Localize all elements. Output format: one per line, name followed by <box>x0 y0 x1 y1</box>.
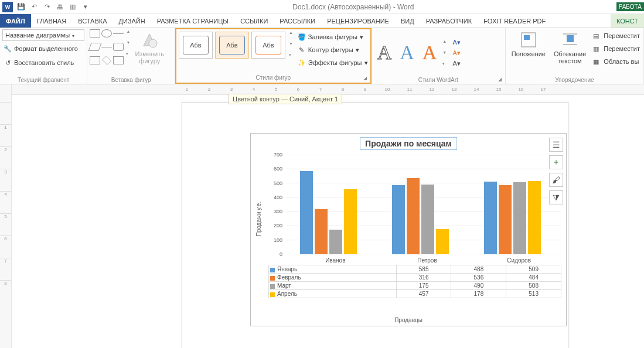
style-gallery-down[interactable]: ▼ <box>289 42 293 46</box>
wordart-preset-1[interactable]: A <box>374 42 396 64</box>
shape-effects-button[interactable]: ✨ Эффекты фигуры ▾ <box>297 56 369 69</box>
tab-insert[interactable]: ВСТАВКА <box>72 14 113 28</box>
shape-ellipse[interactable] <box>101 29 112 37</box>
quick-print-button[interactable]: 🖶 <box>55 2 64 12</box>
shape-outline-label: Контур фигуры <box>308 46 353 53</box>
send-backward-label: Переместит <box>604 45 640 52</box>
wordart-gallery-more[interactable]: ▾ <box>442 62 447 66</box>
shape-gallery-up[interactable]: ▲ <box>126 29 130 33</box>
selection-pane-icon: ▦ <box>592 57 600 66</box>
style-gallery-up[interactable]: ▲ <box>289 30 293 35</box>
shape-fill-icon: 🪣 <box>298 33 306 41</box>
shape-rect[interactable] <box>90 29 100 37</box>
change-shape-button: Изменить фигуру <box>131 29 168 66</box>
shape-fill-button[interactable]: 🪣 Заливка фигуры ▾ <box>297 30 369 43</box>
shape-rounded-rect[interactable] <box>113 43 124 51</box>
tab-view[interactable]: ВИД <box>395 14 420 28</box>
svg-point-1 <box>149 39 157 47</box>
tab-foxit[interactable]: FOXIT READER PDF <box>478 14 551 28</box>
chevron-down-icon: ▾ <box>360 33 363 41</box>
shape-rect3[interactable] <box>113 56 124 64</box>
document-page: Продажи по месяцам Продажи у.е. 01002003… <box>182 102 568 348</box>
bring-forward-label: Переместит <box>604 32 640 39</box>
tab-developer[interactable]: РАЗРАБОТЧИК <box>420 14 478 28</box>
shape-parallelogram[interactable] <box>88 43 102 51</box>
group-label-current-fragment: Текущий фрагмент <box>2 76 84 84</box>
tab-references[interactable]: ССЫЛКИ <box>234 14 274 28</box>
preset-sample-text: Абв <box>255 36 281 54</box>
chart-y-axis-label: Продажи у.е. <box>255 202 262 237</box>
chart-layout-button[interactable]: ☰ <box>549 138 563 152</box>
wordart-gallery-down[interactable]: ▼ <box>442 50 447 54</box>
save-button[interactable]: 💾 <box>16 2 26 12</box>
send-backward-button[interactable]: ▥Переместит <box>591 42 641 55</box>
tab-mailings[interactable]: РАССЫЛКИ <box>274 14 321 28</box>
group-label-wordart: Стили WordArt <box>374 76 503 84</box>
shape-outline-button[interactable]: ✎ Контур фигуры ▾ <box>297 43 369 56</box>
reset-style-button[interactable]: ↺ Восстановить стиль <box>2 56 75 69</box>
chart-element-selector-text: Название диаграммы <box>5 32 70 39</box>
word-app-icon: W <box>2 2 13 12</box>
qat-more-button[interactable]: ▾ <box>81 2 90 12</box>
touch-mode-button[interactable]: ▥ <box>68 2 77 12</box>
wordart-preset-2[interactable]: A <box>396 42 418 64</box>
redo-button[interactable]: ↷ <box>42 2 52 12</box>
shape-gallery[interactable] <box>90 29 124 64</box>
shape-style-preset-2[interactable]: Абв <box>215 32 249 59</box>
tab-home[interactable]: ГЛАВНАЯ <box>31 14 72 28</box>
vertical-ruler: 12345678 <box>0 84 12 348</box>
chart-styles-button[interactable]: 🖌 <box>549 173 563 187</box>
shape-effects-icon: ✨ <box>298 59 306 67</box>
wordart-preset-3[interactable]: A <box>419 42 441 64</box>
wordart-dialog-launcher[interactable]: ◢ <box>498 77 504 83</box>
chevron-down-icon: ▾ <box>364 59 368 67</box>
wrap-text-label: Обтекание текстом <box>554 50 586 64</box>
tab-review[interactable]: РЕЦЕНЗИРОВАНИЕ <box>321 14 395 28</box>
shape-outline-icon: ✎ <box>298 46 306 54</box>
format-selection-icon: 🔧 <box>4 45 12 53</box>
bring-forward-button[interactable]: ▤Переместит <box>591 29 641 42</box>
format-selection-button[interactable]: 🔧 Формат выделенного <box>2 42 79 55</box>
wordart-gallery-up[interactable]: ▲ <box>442 39 447 43</box>
shape-gallery-more[interactable]: ▾ <box>126 52 130 56</box>
shape-line[interactable] <box>113 33 124 42</box>
text-effects-button[interactable]: A▾ <box>450 58 463 69</box>
style-gallery-more[interactable]: ▾ <box>289 53 293 57</box>
chart-object[interactable]: Продажи по месяцам Продажи у.е. 01002003… <box>250 133 567 326</box>
chart-filter-button[interactable]: ⧩ <box>549 190 563 204</box>
group-label-shape-styles: Стили фигур <box>178 74 369 81</box>
tab-file[interactable]: ФАЙЛ <box>0 14 31 28</box>
change-shape-label: Изменить фигуру <box>135 50 164 64</box>
position-button[interactable]: Положение <box>508 29 549 59</box>
selection-pane-button[interactable]: ▦Область вы <box>591 55 641 68</box>
svg-rect-3 <box>524 35 530 40</box>
tab-chart-format[interactable]: КОНСТ <box>611 14 644 28</box>
tab-page-layout[interactable]: РАЗМЕТКА СТРАНИЦЫ <box>151 14 234 28</box>
chart-title[interactable]: Продажи по месяцам <box>360 137 457 150</box>
shape-styles-dialog-launcher[interactable]: ◢ <box>363 76 369 81</box>
chart-elements-button[interactable]: ＋ <box>549 155 563 169</box>
undo-button[interactable]: ↶ <box>29 2 39 12</box>
text-outline-button[interactable]: A▾ <box>450 47 463 58</box>
chevron-down-icon: ▾ <box>356 46 359 54</box>
chart-y-ticks: 0100200300400500600700 <box>268 155 284 254</box>
shape-rect2[interactable] <box>90 56 100 64</box>
change-shape-icon <box>140 30 159 49</box>
chart-x-axis-label: Продавцы <box>394 317 422 323</box>
shape-style-preset-3[interactable]: Абв <box>251 32 285 59</box>
shape-style-preset-1[interactable]: Абв <box>179 32 213 59</box>
shape-diamond[interactable] <box>103 56 112 65</box>
selection-pane-label: Область вы <box>604 58 639 65</box>
wrap-text-button[interactable]: Обтекание текстом <box>550 29 590 66</box>
preset-sample-text: Абв <box>183 36 209 54</box>
group-label-arrange: Упорядочение <box>508 76 641 84</box>
chevron-down-icon <box>72 32 74 39</box>
svg-rect-4 <box>567 35 574 42</box>
shape-arrow-line[interactable] <box>101 47 112 55</box>
preset-sample-text: Абв <box>219 36 245 54</box>
chart-element-selector[interactable]: Название диаграммы <box>2 29 84 41</box>
text-fill-button[interactable]: A▾ <box>450 37 463 47</box>
shape-gallery-down[interactable]: ▼ <box>126 40 130 45</box>
reset-style-icon: ↺ <box>4 59 12 67</box>
tab-design[interactable]: ДИЗАЙН <box>113 14 151 28</box>
